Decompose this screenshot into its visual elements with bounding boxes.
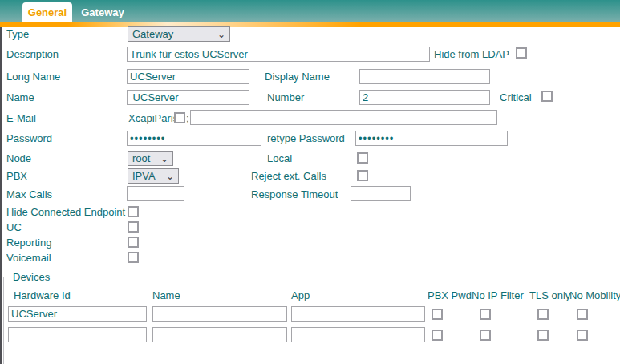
uc-checkbox[interactable] — [128, 221, 139, 233]
email-separator: ; — [186, 112, 189, 124]
type-select-value: Gateway — [132, 28, 173, 40]
device-row1-pbx-pwd-checkbox[interactable] — [432, 309, 443, 320]
description-input[interactable] — [127, 47, 430, 62]
max-calls-input[interactable] — [127, 186, 184, 201]
voicemail-checkbox[interactable] — [128, 252, 139, 263]
col-no-mobility: No Mobility — [569, 289, 620, 301]
reporting-checkbox[interactable] — [128, 237, 139, 248]
long-name-input[interactable] — [127, 69, 249, 84]
chevron-down-icon: ⌄ — [160, 156, 168, 162]
type-label: Type — [6, 28, 29, 40]
device-row1-tls-only-checkbox[interactable] — [537, 309, 549, 320]
critical-label: Critical — [500, 91, 532, 103]
email-alt-checkbox[interactable] — [174, 112, 185, 123]
type-select[interactable]: Gateway ⌄ — [128, 26, 230, 42]
local-checkbox[interactable] — [357, 152, 368, 164]
email-label: E-Mail — [6, 112, 36, 124]
response-timeout-input[interactable] — [351, 186, 411, 201]
node-select[interactable]: root ⌄ — [128, 151, 173, 166]
hide-connected-endpoint-label: Hide Connected Endpoint — [6, 206, 125, 218]
col-app: App — [291, 289, 310, 301]
hide-from-ldap-label: Hide from LDAP — [434, 48, 509, 60]
hide-connected-endpoint-checkbox[interactable] — [128, 206, 139, 217]
device-row1-no-mobility-checkbox[interactable] — [577, 309, 588, 320]
device-row2-tls-only-checkbox[interactable] — [537, 330, 549, 341]
number-input[interactable] — [359, 90, 490, 105]
name-label: Name — [6, 91, 34, 103]
device-row1-hardware-id-input[interactable] — [8, 306, 147, 322]
email-alt-label: XcapiParis — [128, 112, 178, 124]
description-label: Description — [6, 48, 59, 60]
node-label: Node — [6, 152, 31, 164]
chevron-down-icon: ⌄ — [217, 31, 225, 38]
col-no-ip-filter: No IP Filter — [472, 289, 524, 301]
display-name-label: Display Name — [265, 71, 330, 83]
pbx-select[interactable]: IPVA ⌄ — [128, 168, 179, 184]
email-input[interactable] — [190, 110, 497, 125]
col-name: Name — [152, 289, 180, 301]
reporting-label: Reporting — [6, 237, 51, 249]
retype-password-input[interactable] — [355, 131, 508, 146]
uc-label: UC — [6, 221, 22, 233]
display-name-input[interactable] — [359, 69, 490, 84]
name-input[interactable] — [127, 90, 249, 105]
tab-general[interactable]: General — [22, 2, 72, 22]
long-name-label: Long Name — [6, 71, 60, 83]
device-row2-pbx-pwd-checkbox[interactable] — [432, 330, 443, 341]
device-row1-no-ip-filter-checkbox[interactable] — [480, 309, 491, 320]
frame-left-border — [0, 27, 2, 364]
device-row2-app-input[interactable] — [291, 327, 425, 342]
device-row2-no-ip-filter-checkbox[interactable] — [480, 330, 491, 341]
pbx-label: PBX — [6, 170, 27, 182]
retype-password-label: retype Password — [267, 132, 345, 144]
tab-gateway[interactable]: Gateway — [75, 2, 130, 22]
local-label: Local — [267, 152, 292, 164]
pbx-select-value: IPVA — [132, 170, 156, 182]
response-timeout-label: Response Timeout — [251, 188, 338, 200]
col-hardware-id: Hardware Id — [14, 289, 71, 301]
device-row1-name-input[interactable] — [152, 306, 287, 322]
col-tls-only: TLS only — [529, 289, 570, 301]
hide-from-ldap-checkbox[interactable] — [516, 47, 527, 59]
reject-ext-calls-label: Reject ext. Calls — [251, 170, 326, 182]
chevron-down-icon: ⌄ — [166, 173, 174, 180]
accent-bar — [0, 22, 620, 27]
tab-bar: General Gateway — [0, 0, 620, 22]
critical-checkbox[interactable] — [541, 91, 553, 102]
devices-legend: Devices — [10, 271, 53, 283]
max-calls-label: Max Calls — [6, 188, 52, 200]
device-row2-hardware-id-input[interactable] — [8, 327, 147, 342]
device-row1-app-input[interactable] — [291, 306, 425, 322]
password-input[interactable] — [127, 131, 261, 146]
device-row2-no-mobility-checkbox[interactable] — [577, 330, 588, 341]
node-select-value: root — [132, 152, 150, 164]
pbx-object-config-page: General Gateway Type Gateway ⌄ Descripti… — [0, 0, 620, 364]
password-label: Password — [6, 132, 52, 144]
voicemail-label: Voicemail — [6, 252, 51, 264]
device-row2-name-input[interactable] — [152, 327, 287, 342]
col-pbx-pwd: PBX Pwd — [428, 289, 472, 301]
number-label: Number — [267, 91, 304, 103]
reject-ext-calls-checkbox[interactable] — [357, 170, 368, 181]
